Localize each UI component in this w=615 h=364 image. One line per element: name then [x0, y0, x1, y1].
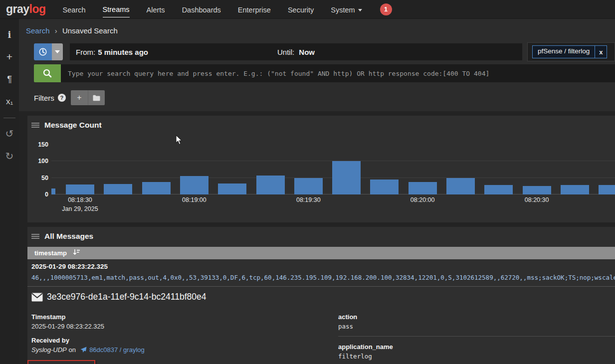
message-timestamp: 2025-01-29 08:23:22.325 — [31, 263, 615, 270]
widget-title: All Messages — [44, 232, 93, 241]
field-action: action pass — [338, 313, 615, 337]
clock-icon[interactable] — [34, 43, 52, 60]
field-timestamp: Timestamp 2025-01-29 08:23:22.325 — [31, 313, 338, 330]
stream-chip-label: pfSense / filterlog — [533, 46, 595, 58]
widget-header: All Messages — [31, 232, 615, 241]
y-axis-tick-label: 100 — [38, 158, 48, 165]
search-submit-button[interactable] — [34, 64, 61, 82]
timerange-row: From:5 minutes ago Until: Now pfSense / … — [34, 42, 615, 62]
add-icon[interactable]: + — [0, 49, 19, 64]
nav-item-alerts[interactable]: Alerts — [147, 1, 165, 17]
nav-item-streams[interactable]: Streams — [103, 1, 130, 17]
message-id[interactable]: 3e3ce976-de1a-11ef-9c14-bc2411bf80e4 — [47, 292, 206, 302]
input-name: Syslog-UDP — [31, 346, 67, 354]
nav-item-enterprise[interactable]: Enterprise — [238, 1, 271, 17]
stream-chip-remove-button[interactable]: x — [595, 46, 607, 58]
formatting-icon[interactable]: ¶ — [0, 72, 19, 87]
drag-handle-icon[interactable] — [31, 122, 39, 129]
messages-table-header: timestamp — [27, 247, 615, 259]
chart-bar[interactable] — [142, 182, 171, 194]
message-row[interactable]: 2025-01-29 08:23:22.325 46,,,1000005713,… — [31, 259, 615, 285]
undo-icon[interactable]: ↺ — [0, 126, 19, 141]
chart-bar[interactable] — [51, 188, 55, 194]
breadcrumb-separator: › — [55, 26, 57, 35]
chart-bar[interactable] — [446, 178, 475, 194]
filter-buttons: + — [71, 90, 105, 105]
chart-bar[interactable] — [104, 184, 132, 194]
plus-icon: + — [77, 93, 81, 102]
chart-plot — [51, 145, 615, 194]
graylog-logo[interactable]: graylog — [6, 2, 46, 16]
chart-bar[interactable] — [218, 183, 246, 194]
top-nav-bar: graylog Search Streams Alerts Dashboards… — [0, 0, 615, 19]
message-count-chart: 050100150 Jan 29, 2025 08:18:3008:19:000… — [31, 145, 615, 220]
chart-bar[interactable] — [180, 176, 208, 194]
redo-icon[interactable]: ↻ — [0, 149, 19, 164]
stream-chip: pfSense / filterlog x — [532, 45, 607, 58]
chart-bar[interactable] — [409, 182, 437, 194]
node-link[interactable]: 86dc0837 / graylog — [89, 346, 145, 354]
chart-bar[interactable] — [561, 185, 589, 194]
drag-handle-icon[interactable] — [31, 233, 39, 240]
nav-items: Search Streams Alerts Dashboards Enterpr… — [63, 1, 362, 17]
chart-bar[interactable] — [294, 178, 323, 194]
nav-item-security[interactable]: Security — [288, 1, 314, 17]
stream-selector[interactable]: pfSense / filterlog x — [527, 42, 615, 61]
sidebar-divider — [3, 118, 15, 118]
until-label: Until: — [277, 48, 294, 56]
sort-descending-icon[interactable] — [73, 249, 80, 258]
paper-plane-icon — [80, 347, 87, 353]
nav-item-dashboards[interactable]: Dashboards — [182, 1, 221, 17]
chart-bar[interactable] — [66, 184, 94, 194]
timerange-dropdown-button[interactable] — [52, 43, 63, 60]
search-icon — [42, 68, 52, 78]
x-axis-tick-label: 08:20:00 — [410, 196, 435, 203]
field-received-by: Received by Syslog-UDP on 86dc0837 / gra… — [31, 337, 338, 354]
fields-right-column: action pass application_name filterlog a… — [338, 313, 615, 364]
chart-bar[interactable] — [332, 161, 361, 194]
field-application-name: application_name filterlog — [338, 343, 615, 364]
help-icon[interactable]: ? — [58, 94, 66, 102]
search-controls: From:5 minutes ago Until: Now pfSense / … — [19, 40, 615, 105]
until-value: Now — [299, 48, 315, 56]
widget-title: Message Count — [44, 121, 102, 130]
y-axis-tick-label: 150 — [38, 141, 48, 148]
message-summary: 46,,,1000005713,em1,match,pass,out,4,0x0… — [31, 274, 615, 281]
nav-item-search[interactable]: Search — [63, 1, 86, 17]
all-messages-widget: All Messages timestamp 2025-01-29 08:23:… — [27, 227, 615, 364]
saved-filters-button[interactable] — [88, 90, 105, 105]
x-axis-tick-label: 08:19:30 — [296, 196, 321, 203]
info-icon[interactable]: i — [0, 27, 19, 42]
search-query-input[interactable] — [61, 64, 615, 82]
chart-bar[interactable] — [484, 185, 513, 194]
fields-left-column: Timestamp 2025-01-29 08:23:22.325 Receiv… — [31, 313, 338, 364]
notification-badge[interactable]: 1 — [380, 3, 392, 15]
chart-yaxis: 050100150 — [31, 145, 49, 194]
chevron-down-icon — [358, 9, 362, 11]
main-content: Search › Unsaved Search From:5 minutes a… — [19, 19, 615, 364]
add-filter-button[interactable]: + — [71, 90, 88, 105]
timestamp-column-header[interactable]: timestamp — [34, 249, 67, 257]
filters-label: Filters — [34, 94, 54, 102]
message-count-widget: Message Count 050100150 Jan 29, 2025 08:… — [27, 116, 615, 222]
y-axis-tick-label: 0 — [45, 191, 48, 198]
message-fields: Timestamp 2025-01-29 08:23:22.325 Receiv… — [31, 313, 615, 364]
fields-icon[interactable]: x₁ — [0, 94, 19, 109]
chart-bar[interactable] — [599, 185, 615, 194]
breadcrumb: Search › Unsaved Search — [19, 19, 615, 40]
left-sidebar: i + ¶ x₁ ↺ ↻ — [0, 19, 19, 364]
breadcrumb-search-link[interactable]: Search — [26, 26, 50, 35]
widgets-area: Message Count 050100150 Jan 29, 2025 08:… — [19, 111, 615, 364]
message-detail: 3e3ce976-de1a-11ef-9c14-bc2411bf80e4 Tim… — [31, 287, 615, 364]
chart-bar[interactable] — [523, 186, 551, 194]
red-annotation-box: Stored in index pfsense_filterlog_12 — [27, 360, 95, 364]
nav-item-system[interactable]: System — [331, 1, 362, 17]
x-axis-tick-label: 08:19:00 — [182, 196, 206, 203]
timerange-display[interactable]: From:5 minutes ago Until: Now — [70, 43, 522, 60]
message-detail-header: 3e3ce976-de1a-11ef-9c14-bc2411bf80e4 — [31, 292, 615, 302]
chevron-down-icon — [55, 50, 60, 53]
timerange-picker-button[interactable] — [34, 43, 63, 60]
x-axis-tick-label: 08:18:30 — [68, 196, 92, 203]
chart-bar[interactable] — [370, 180, 399, 194]
chart-bar[interactable] — [256, 176, 285, 194]
